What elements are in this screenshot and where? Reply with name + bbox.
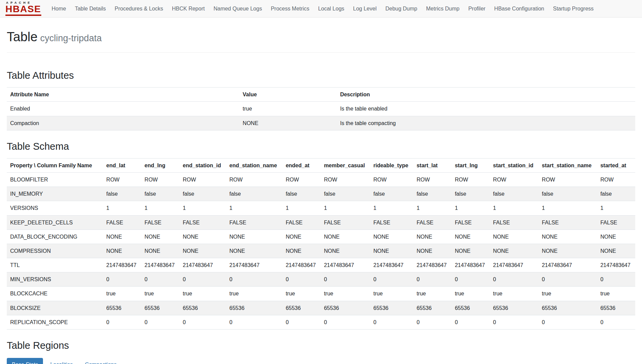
table-cell: true [370,287,413,301]
table-cell: ROW [490,172,538,187]
table-cell: 0 [103,315,141,329]
nav-item-procedures-locks[interactable]: Procedures & Locks [110,0,168,18]
table-cell: 0 [141,272,179,287]
column-header-end-station-name: end_station_name [226,158,282,172]
table-cell: 65536 [451,301,490,315]
nav-menu: HomeTable DetailsProcedures & LocksHBCK … [47,0,598,18]
nav-item-hbase-configuration[interactable]: HBase Configuration [490,0,549,18]
table-cell: COMPRESSION [7,244,103,258]
column-header-label: end_lng [145,163,165,168]
regions-tab-bar: Base StatsLocalitiesCompactions [7,358,635,364]
table-cell: 65536 [490,301,538,315]
table-cell: NONE [320,244,370,258]
column-header-label: rideable_type [373,163,408,168]
column-header-label: Value [243,92,257,97]
column-header-label: end_station_name [229,163,277,168]
column-header-value: Value [239,88,337,102]
table-cell: NONE [490,244,538,258]
table-cell: Compaction [7,116,239,130]
nav-item-metrics-dump[interactable]: Metrics Dump [422,0,464,18]
table-row: EnabledtrueIs the table enabled [7,102,635,116]
table-row: CompactionNONEIs the table compacting [7,116,635,130]
table-cell: 1 [103,201,141,215]
table-cell: NONE [597,244,635,258]
nav-item-debug-dump[interactable]: Debug Dump [381,0,422,18]
table-cell: KEEP_DELETED_CELLS [7,215,103,229]
column-header-start-lat: start_lat [413,158,451,172]
table-cell: 0 [490,272,538,287]
nav-item-process-metrics[interactable]: Process Metrics [266,0,314,18]
hbase-logo[interactable]: APACHE HBASE [4,1,43,17]
nav-item-wrap: Profiler [464,0,490,18]
table-cell: true [141,287,179,301]
column-header-label: started_at [600,163,626,168]
table-cell: 1 [413,201,451,215]
column-header-label: member_casual [324,163,365,168]
nav-item-log-level[interactable]: Log Level [349,0,381,18]
nav-item-table-details[interactable]: Table Details [70,0,110,18]
table-cell: 65536 [103,301,141,315]
nav-item-startup-progress[interactable]: Startup Progress [549,0,598,18]
section-heading-attributes: Table Attributes [7,68,635,82]
main-content: Tablecycling-tripdata Table Attributes A… [0,28,642,364]
nav-item-wrap: Log Level [349,0,381,18]
table-cell: 2147483647 [370,258,413,272]
table-cell: false [226,187,282,201]
table-cell: NONE [141,229,179,244]
nav-item-wrap: Process Metrics [266,0,314,18]
column-header-start-station-id: start_station_id [490,158,538,172]
table-header-row: Attribute NameValueDescription [7,88,635,102]
table-row: BLOCKCACHEtruetruetruetruetruetruetruetr… [7,287,635,301]
nav-item-hbck-report[interactable]: HBCK Report [168,0,209,18]
table-cell: FALSE [282,215,320,229]
column-header-end-station-id: end_station_id [179,158,226,172]
page-title: Tablecycling-tripdata [7,28,635,46]
table-cell: 2147483647 [597,258,635,272]
table-cell: 0 [413,272,451,287]
hbase-wordmark: HBASE [5,5,41,16]
column-header-end-lng: end_lng [141,158,179,172]
table-cell: 0 [451,315,490,329]
nav-item-named-queue-logs[interactable]: Named Queue Logs [209,0,266,18]
top-navbar: APACHE HBASE HomeTable DetailsProcedures… [0,0,642,18]
tab-compactions[interactable]: Compactions [80,358,121,364]
tab-base-stats[interactable]: Base Stats [7,358,43,364]
table-cell: FALSE [320,215,370,229]
column-header-label: start_lng [455,163,478,168]
nav-item-local-logs[interactable]: Local Logs [314,0,349,18]
table-cell: 0 [490,315,538,329]
table-cell: ROW [370,172,413,187]
nav-item-wrap: Debug Dump [381,0,422,18]
nav-item-profiler[interactable]: Profiler [464,0,490,18]
table-cell: 65536 [179,301,226,315]
table-cell: 0 [320,272,370,287]
nav-item-home[interactable]: Home [47,0,71,18]
table-cell: TTL [7,258,103,272]
table-header-row: Property \ Column Family Nameend_latend_… [7,158,635,172]
table-cell: 0 [538,272,597,287]
table-cell: ROW [282,172,320,187]
table-cell: IN_MEMORY [7,187,103,201]
table-row: KEEP_DELETED_CELLSFALSEFALSEFALSEFALSEFA… [7,215,635,229]
title-divider [7,52,635,53]
column-header-start-station-name: start_station_name [538,158,597,172]
table-cell: BLOCKCACHE [7,287,103,301]
table-cell: NONE [320,229,370,244]
table-cell: NONE [282,244,320,258]
column-header-description: Description [337,88,635,102]
table-cell: 2147483647 [179,258,226,272]
table-cell: NONE [490,229,538,244]
column-header-label: start_station_id [493,163,533,168]
tab-localities[interactable]: Localities [45,358,78,364]
table-cell: true [597,287,635,301]
table-cell: NONE [538,229,597,244]
table-cell: false [370,187,413,201]
table-cell: true [239,102,337,116]
table-cell: 1 [490,201,538,215]
table-cell: 1 [320,201,370,215]
table-cell: 2147483647 [413,258,451,272]
table-cell: 2147483647 [141,258,179,272]
nav-item-wrap: Named Queue Logs [209,0,266,18]
table-cell: false [320,187,370,201]
table-row: BLOOMFILTERROWROWROWROWROWROWROWROWROWRO… [7,172,635,187]
